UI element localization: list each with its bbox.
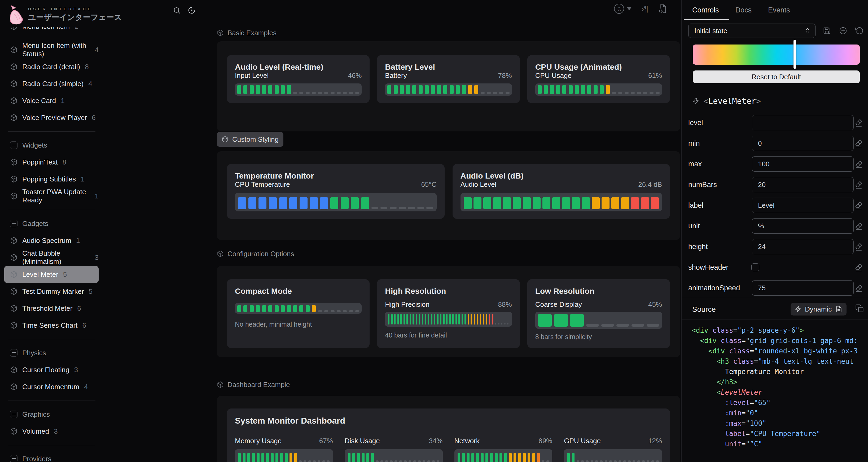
eraser-icon[interactable] bbox=[855, 243, 863, 251]
sidebar-group-providers[interactable]: Providers bbox=[4, 450, 99, 462]
sidebar-item-popping-subtitles[interactable]: Popping Subtitles1 bbox=[4, 171, 99, 188]
paragraph-direction-icon[interactable]: ›¶ bbox=[641, 4, 649, 13]
eraser-icon[interactable] bbox=[855, 139, 863, 147]
variant-count: 6 bbox=[83, 321, 86, 330]
meter-bar bbox=[468, 85, 472, 94]
meter-bar bbox=[452, 314, 454, 325]
color-gradient-slider[interactable] bbox=[693, 40, 860, 69]
eraser-icon[interactable] bbox=[855, 201, 863, 209]
sidebar-group-gadgets[interactable]: Gadgets bbox=[4, 215, 99, 232]
sidebar-item-threshold-meter[interactable]: Threshold Meter6 bbox=[4, 300, 99, 317]
field-row-animationSpeed: animationSpeed bbox=[682, 277, 868, 298]
sidebar-item-toaster-pwa-update-ready[interactable]: Toaster PWA Update Ready1 bbox=[4, 188, 99, 204]
sidebar-group-physics[interactable]: Physics bbox=[4, 344, 99, 361]
eraser-icon[interactable] bbox=[855, 181, 863, 189]
sidebar-item-menu-icon-item[interactable]: Menu Icon Item2 bbox=[4, 27, 99, 35]
tab-controls[interactable]: Controls bbox=[692, 6, 719, 14]
code-line: <div class="rounded-xl bg-white px-3 bbox=[692, 346, 868, 356]
meter-bar bbox=[631, 324, 644, 327]
field-label: showHeader bbox=[688, 263, 728, 271]
meter-bar bbox=[432, 460, 435, 462]
meter-bar bbox=[632, 460, 635, 462]
sidebar-item-voice-card[interactable]: Voice Card1 bbox=[4, 92, 99, 109]
panel-config: Compact Mode No header, minimal height H… bbox=[217, 266, 680, 357]
section-header-dashboard[interactable]: Dashboard Example bbox=[217, 380, 680, 390]
meter-value: 45% bbox=[648, 300, 662, 309]
sidebar-group-widgets[interactable]: Widgets bbox=[4, 137, 99, 154]
sidebar-item-level-meter[interactable]: Level Meter5 bbox=[4, 266, 99, 283]
meter-bar bbox=[601, 197, 610, 209]
sidebar-item-label: Menu Icon Item bbox=[22, 27, 70, 31]
meter-bar bbox=[343, 310, 347, 312]
variant-count: 3 bbox=[74, 366, 78, 374]
sidebar-group-graphics[interactable]: Graphics bbox=[4, 406, 99, 423]
section-header-basic[interactable]: Basic Examples bbox=[217, 28, 680, 38]
meter-bar bbox=[380, 460, 383, 462]
tab-docs[interactable]: Docs bbox=[736, 6, 752, 14]
meter-bar bbox=[562, 197, 570, 209]
meter-bar bbox=[450, 85, 454, 94]
state-select[interactable]: Initial state bbox=[688, 24, 815, 38]
meter-bar bbox=[600, 85, 604, 94]
min-input[interactable] bbox=[752, 136, 854, 151]
field-row-showHeader: showHeader bbox=[682, 257, 868, 277]
edit-source-icon[interactable] bbox=[658, 4, 668, 13]
max-input[interactable] bbox=[752, 156, 854, 172]
meter-bar bbox=[643, 92, 647, 94]
meter-bar bbox=[538, 314, 552, 327]
eraser-icon[interactable] bbox=[855, 160, 863, 168]
meter-bar bbox=[318, 310, 322, 312]
save-state-icon[interactable] bbox=[823, 27, 831, 35]
eraser-icon[interactable] bbox=[855, 119, 863, 127]
reset-to-default-button[interactable]: Reset to Default bbox=[693, 70, 860, 83]
sidebar-item-audio-spectrum[interactable]: Audio Spectrum1 bbox=[4, 232, 99, 249]
sidebar-item-cursor-floating[interactable]: Cursor Floating3 bbox=[4, 361, 99, 378]
meter-bar bbox=[458, 453, 460, 462]
animationSpeed-input[interactable] bbox=[752, 280, 854, 296]
tab-events[interactable]: Events bbox=[768, 6, 790, 14]
sidebar-item-poppin-text[interactable]: Poppin'Text8 bbox=[4, 154, 99, 171]
meter-value: 46% bbox=[348, 71, 362, 80]
meter-bar bbox=[423, 460, 425, 462]
section-header-config[interactable]: Configuration Options bbox=[217, 249, 680, 259]
unit-input[interactable] bbox=[752, 218, 854, 234]
sidebar-item-menu-icon-item-with-status[interactable]: Menu Icon Item (with Status)4 bbox=[4, 41, 99, 58]
sidebar-item-voice-preview-player[interactable]: Voice Preview Player6 bbox=[4, 109, 99, 126]
sidebar-item-cursor-momentum[interactable]: Cursor Momentum4 bbox=[4, 378, 99, 395]
gradient-handle[interactable] bbox=[794, 40, 796, 69]
meter-bar bbox=[431, 85, 435, 94]
meter-bar bbox=[281, 305, 285, 312]
variant-count: 1 bbox=[61, 97, 64, 105]
eraser-icon[interactable] bbox=[855, 284, 863, 292]
eraser-icon[interactable] bbox=[855, 222, 863, 230]
sidebar-item-radio-card-simple[interactable]: Radio Card (simple)4 bbox=[4, 75, 99, 92]
sidebar-item-chat-bubble-minimalism[interactable]: Chat Bubble (Minimalism)3 bbox=[4, 249, 99, 266]
reset-undo-icon[interactable] bbox=[855, 27, 864, 35]
meter-bar bbox=[238, 197, 246, 209]
meter-bar bbox=[637, 460, 640, 462]
text-size-menu[interactable]: a bbox=[614, 4, 631, 14]
level-input[interactable] bbox=[752, 115, 854, 130]
eraser-icon[interactable] bbox=[855, 263, 863, 271]
sidebar-item-time-series-chart[interactable]: Time Series Chart6 bbox=[4, 317, 99, 334]
copy-code-icon[interactable] bbox=[855, 304, 864, 312]
sidebar-item-test-dummy-marker[interactable]: Test Dummy Marker5 bbox=[4, 283, 99, 300]
collapse-icon bbox=[10, 141, 18, 149]
source-mode-button[interactable]: Dynamic bbox=[790, 303, 846, 316]
numBars-input[interactable] bbox=[752, 177, 854, 192]
gradient-bar[interactable] bbox=[693, 44, 860, 65]
add-state-icon[interactable] bbox=[839, 27, 847, 35]
sidebar-item-volumed[interactable]: Volumed3 bbox=[4, 423, 99, 440]
card-high-resolution: High Resolution High Precision 88% 40 ba… bbox=[377, 279, 520, 348]
meter-label: Audio Level bbox=[461, 180, 497, 189]
meter-bar bbox=[416, 314, 417, 325]
meter-value: 88% bbox=[498, 300, 512, 309]
sidebar-item-radio-card-detail[interactable]: Radio Card (detail)8 bbox=[4, 58, 99, 75]
label-input[interactable] bbox=[752, 198, 854, 213]
meter-label: High Precision bbox=[385, 300, 430, 309]
showHeader-checkbox[interactable] bbox=[751, 263, 759, 271]
meter-bar bbox=[434, 314, 435, 325]
card-low-resolution: Low Resolution Coarse Display 45% 8 bars… bbox=[527, 279, 670, 348]
height-input[interactable] bbox=[752, 239, 854, 254]
section-header-custom[interactable]: Custom Styling bbox=[217, 132, 283, 147]
